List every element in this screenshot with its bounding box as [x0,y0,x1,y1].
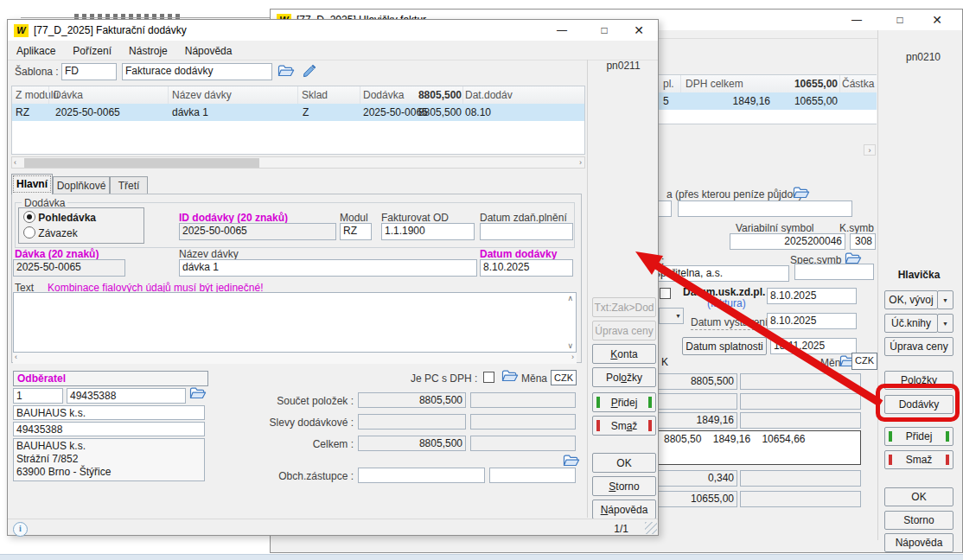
davka-field[interactable]: 2025-50-0065 [13,259,125,277]
pohledavka-label[interactable]: Pohledávka [38,212,96,224]
konta-button[interactable]: Konta [592,344,656,364]
menu-nastroje[interactable]: Nástroje [120,45,176,57]
ok-button[interactable]: OK [884,487,953,506]
faktura-link[interactable]: (faktura) [707,297,746,309]
sablona-name-field[interactable]: Fakturace dodávky [122,63,272,80]
amount-field[interactable] [740,470,861,487]
odberatel-id2-field[interactable]: 49435388 [13,422,205,436]
menu-napoveda[interactable]: Nápověda [176,45,241,57]
menu-porizeni[interactable]: Pořízení [64,45,120,57]
zavazek-label[interactable]: Závazek [38,227,77,239]
txt-zak-dod-button[interactable]: Txt:Zak>Dod [592,297,656,317]
column-header[interactable]: Částka c [842,78,877,90]
variable-symbol-field[interactable]: 2025200046 [730,233,845,250]
text-area[interactable]: ∧ ∨ [13,292,577,353]
nazev-davky-field[interactable]: dávka 1 [179,259,477,277]
datum-usk-field[interactable]: 8.10.2025 [767,288,857,304]
slevy-field2[interactable] [470,414,576,430]
column-header[interactable]: DPH celkem [686,78,743,90]
storno-button[interactable]: Storno [592,476,656,496]
zavazek-radio[interactable] [23,226,35,239]
smaz-button[interactable]: Smaž [592,416,656,436]
obch-field[interactable] [358,468,485,483]
uprava-ceny-button[interactable]: Úprava ceny [592,321,656,340]
slevy-field[interactable] [358,414,466,430]
text-area-hscrollbar[interactable]: ‹ › [13,353,577,364]
mena-field[interactable]: CZK [851,353,877,370]
amount-field[interactable] [740,373,861,390]
menu-aplikace[interactable]: Aplikace [8,45,64,57]
celkem-field2[interactable] [470,436,576,451]
bank-name-field[interactable]: spořitelna, a.s. [647,265,789,282]
odberatel-name-field[interactable]: BAUHAUS k.s. [13,405,205,420]
spec-symb-field[interactable] [794,264,874,280]
datum-splatnosti-button[interactable]: Datum splatnosti [682,337,767,355]
pridej-button[interactable]: Přidej [592,392,656,412]
covered-checkbox[interactable] [660,288,671,299]
open-folder-icon[interactable] [563,454,580,468]
edit-pencil-icon[interactable] [302,63,317,79]
open-folder-icon[interactable] [189,386,207,400]
close-button[interactable]: ✕ [922,12,953,29]
bank-account-field[interactable] [678,200,852,217]
batch-table-row[interactable]: RZ 2025-50-0065 dávka 1 Z 2025-50-0065 8… [12,104,584,121]
column-header[interactable]: pl. [663,78,674,90]
batch-table-header[interactable]: Z modulu Dávka Název dávky Sklad Dodávka… [12,86,584,105]
maximize-button[interactable]: □ [589,22,620,39]
scroll-down-arrow[interactable]: ∨ [567,341,573,351]
soucet-field2[interactable] [470,392,576,408]
batch-table[interactable]: Z modulu Dávka Název dávky Sklad Dodávka… [11,86,585,155]
uc-knihy-dropdown[interactable]: ▼ [937,314,953,333]
open-folder-icon[interactable] [501,369,519,383]
column-header-total[interactable]: 8805,500 [392,89,462,101]
open-folder-icon[interactable] [793,186,810,200]
id-dodavky-field[interactable]: 2025-50-0065 [179,223,336,240]
amount-field[interactable] [740,393,861,410]
soucet-field[interactable]: 8805,500 [358,392,466,408]
smaz-button[interactable]: Smaž [884,450,953,469]
scrollbar-right-arrow[interactable]: › [864,144,876,156]
resize-grip[interactable] [645,522,657,534]
je-pc-checkbox[interactable] [483,372,494,383]
pohledavka-radio[interactable] [23,211,35,223]
tab-treti[interactable]: Třetí [110,176,148,194]
column-header[interactable]: Dat.dodáv [465,89,513,101]
modul-field[interactable]: RZ [340,223,372,240]
scroll-right-arrow[interactable]: › [571,353,574,362]
polozky-button[interactable]: Položky [592,367,656,387]
open-folder-icon[interactable] [277,64,295,78]
sablona-code-field[interactable]: FD [61,63,117,80]
tab-doplnkove[interactable]: Doplňkové [53,176,110,194]
napoveda-button[interactable]: Nápověda [884,533,953,552]
scroll-left-arrow[interactable]: ‹ [14,158,16,168]
column-header-total[interactable]: 10655,00 [755,78,838,90]
info-icon[interactable]: i [13,522,28,537]
scroll-up-arrow[interactable]: ∧ [567,294,573,303]
amount-field[interactable] [740,412,861,429]
k-symb-field[interactable]: 308 [850,233,876,250]
uc-knihy-button[interactable]: Úč.knihy [884,314,938,333]
minimize-button[interactable]: — [841,12,872,29]
maximize-button[interactable]: □ [884,12,915,29]
napoveda-button[interactable]: Nápověda [592,500,656,519]
storno-button[interactable]: Storno [884,511,953,530]
amount-field[interactable] [740,491,861,507]
odberatel-num-field[interactable]: 1 [13,388,63,404]
celkem-field[interactable]: 8805,500 [358,436,466,451]
tab-hlavni[interactable]: Hlavní [11,174,53,194]
datum-zdan-field[interactable] [480,223,573,240]
minimize-button[interactable]: — [546,22,577,39]
odberatel-header[interactable]: Odběratel [13,371,208,386]
column-header[interactable]: Název dávky [172,89,232,101]
datum-splatnosti-field[interactable]: 18.11.2025 [770,338,857,354]
column-header[interactable]: Sklad [302,89,328,101]
uprava-ceny-button[interactable]: Úprava ceny [884,337,953,356]
ok-vyvoj-dropdown[interactable]: ▼ [937,290,953,309]
close-button[interactable]: ✕ [623,22,654,39]
datum-vystaveni-field[interactable]: 8.10.2025 [767,313,857,329]
pridej-button[interactable]: Přidej [884,427,953,446]
scroll-right-arrow[interactable]: › [579,158,582,168]
scroll-thumb[interactable] [24,158,259,168]
fakturovat-od-field[interactable]: 1.1.1900 [381,223,475,240]
datum-dodavky-field[interactable]: 8.10.2025 [480,259,573,277]
